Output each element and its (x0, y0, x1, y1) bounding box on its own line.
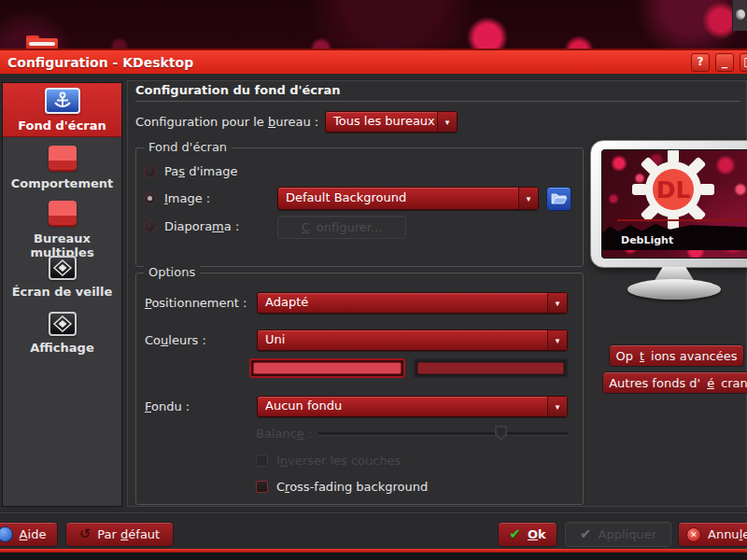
no-picture-label: Pas d'image (164, 164, 237, 178)
crossfade-label: Cross-fading background (276, 480, 428, 494)
chevron-down-icon: ▾ (547, 293, 567, 313)
combo-value: Default Background (278, 188, 518, 209)
crossfade-checkbox[interactable] (256, 481, 268, 493)
position-label: Positionnement : (145, 296, 247, 310)
folder-open-icon (551, 192, 568, 205)
sidebar-item-display[interactable]: Affichage (3, 307, 121, 359)
header-separator (135, 101, 740, 102)
balance-slider[interactable] (318, 432, 568, 436)
get-new-backgrounds-button[interactable]: Autres fonds d'écran (602, 371, 747, 394)
sidebar: Fond d'écran Comportement Bureaux multip… (2, 82, 122, 507)
position-combo[interactable]: Adapté ▾ (257, 292, 568, 314)
picture-label: Image : (164, 191, 210, 205)
reverse-roles-label: Inverser les couches (276, 454, 401, 468)
display-icon (49, 312, 77, 336)
behavior-icon (49, 146, 77, 170)
picture-radio[interactable] (144, 192, 156, 204)
multiple-desktops-icon (49, 201, 77, 225)
configure-slideshow-button[interactable]: Configurer... (277, 216, 406, 239)
combo-value: Uni (258, 330, 547, 350)
cancel-icon: ✕ (686, 527, 701, 542)
slideshow-radio[interactable] (144, 220, 156, 232)
help-icon (0, 526, 13, 542)
defaults-button[interactable]: ↺ Par défaut (65, 522, 174, 547)
sidebar-item-label: Écran de veille (3, 285, 121, 299)
undo-icon: ↺ (79, 527, 92, 541)
brand-name: DebLight (621, 234, 673, 246)
desktop-select-label: Configuration pour le bureau : (135, 115, 318, 129)
browse-image-button[interactable] (546, 187, 571, 211)
apply-button[interactable]: ✔ Appliquer (565, 522, 671, 547)
preview-wallpaper: DL DebLight (602, 150, 747, 258)
cancel-button[interactable]: ✕ Annuler (678, 522, 747, 547)
sidebar-item-multiple-desktops[interactable]: Bureaux multiples (3, 196, 121, 248)
help-button[interactable]: Aide (0, 522, 58, 547)
sidebar-item-label: Affichage (3, 341, 121, 355)
sidebar-item-background[interactable]: Fond d'écran (3, 83, 121, 137)
page-title: Configuration du fond d'écran (135, 83, 341, 97)
window-title: Configuration - KDesktop (7, 55, 193, 70)
check-icon: ✔ (580, 527, 592, 541)
blend-label: Fondu : (145, 399, 190, 413)
monitor-base (627, 279, 721, 300)
chevron-down-icon: ▾ (518, 188, 538, 209)
ok-button[interactable]: ✔ Ok (498, 522, 557, 547)
desktop-monitor-icon (45, 88, 80, 114)
groupbox-title: Options (144, 265, 200, 279)
combo-value: Tous les bureaux (326, 112, 437, 132)
chevron-down-icon: ▾ (437, 112, 457, 132)
combo-value: Aucun fondu (258, 397, 547, 416)
color-swatch-primary[interactable] (249, 358, 405, 378)
minimize-button[interactable]: _ (715, 53, 734, 72)
maximize-button[interactable]: □ (740, 53, 747, 72)
colors-combo[interactable]: Uni ▾ (257, 329, 568, 351)
sidebar-item-screensaver[interactable]: Écran de veille (3, 251, 121, 303)
no-picture-radio[interactable] (144, 165, 156, 177)
color-swatch-secondary[interactable] (414, 358, 568, 378)
chevron-down-icon: ▾ (547, 397, 567, 416)
panel-corner (732, 0, 747, 31)
slideshow-label: Diaporama : (164, 219, 239, 233)
sidebar-item-behavior[interactable]: Comportement (3, 141, 121, 193)
taskbar (0, 553, 747, 560)
blend-combo[interactable]: Aucun fondu ▾ (257, 396, 568, 417)
screensaver-icon (49, 256, 77, 280)
titlebar[interactable]: Configuration - KDesktop ? _ □ (0, 49, 747, 74)
balance-label: Balance : (256, 427, 312, 441)
footer-separator (0, 511, 747, 513)
logo-letters: DL (656, 176, 691, 203)
reverse-roles-checkbox[interactable] (256, 455, 268, 467)
picture-combo[interactable]: Default Background ▾ (277, 187, 539, 210)
help-titlebar-button[interactable]: ? (691, 53, 710, 72)
screen: Configuration - KDesktop ? _ □ Fond d'éc… (0, 0, 747, 560)
desktop-select-combo[interactable]: Tous les bureaux ▾ (325, 111, 458, 133)
advanced-options-button[interactable]: Options avancées (609, 344, 744, 367)
sidebar-item-label: Comportement (3, 176, 121, 190)
combo-value: Adapté (258, 293, 547, 313)
sidebar-item-label: Fond d'écran (3, 119, 121, 133)
groupbox-title: Fond d'écran (144, 140, 232, 154)
colors-label: Couleurs : (145, 333, 206, 347)
chevron-down-icon: ▾ (547, 330, 567, 350)
check-icon: ✔ (509, 527, 521, 541)
moon-icon (736, 9, 745, 20)
